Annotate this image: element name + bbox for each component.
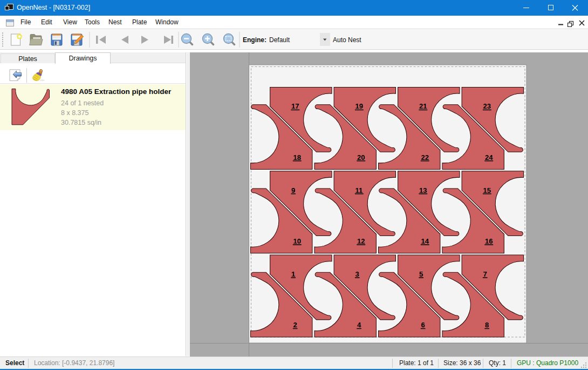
svg-text:1: 1 — [291, 270, 295, 278]
svg-text:9: 9 — [291, 186, 295, 194]
svg-text:8: 8 — [485, 321, 489, 329]
svg-text:16: 16 — [485, 237, 493, 245]
svg-text:23: 23 — [483, 102, 491, 110]
svg-text:10: 10 — [293, 237, 301, 245]
svg-text:Engine:: Engine: — [243, 36, 266, 44]
svg-text:22: 22 — [421, 153, 429, 162]
svg-text:18: 18 — [293, 153, 301, 162]
svg-text:11: 11 — [355, 186, 363, 194]
svg-text:21: 21 — [419, 102, 427, 110]
svg-text:2: 2 — [293, 321, 297, 329]
svg-text:17: 17 — [291, 102, 299, 110]
svg-text:20: 20 — [357, 153, 365, 162]
svg-text:Default: Default — [269, 36, 290, 44]
svg-text:7: 7 — [483, 270, 487, 278]
svg-text:5: 5 — [419, 270, 423, 278]
svg-text:24: 24 — [485, 153, 493, 162]
svg-text:13: 13 — [419, 186, 427, 194]
svg-text:Auto Nest: Auto Nest — [333, 36, 361, 44]
svg-text:12: 12 — [357, 237, 365, 245]
svg-text:19: 19 — [355, 102, 363, 110]
svg-text:15: 15 — [483, 186, 491, 194]
svg-text:14: 14 — [421, 237, 429, 245]
svg-text:6: 6 — [421, 321, 425, 329]
svg-text:4: 4 — [357, 321, 361, 329]
svg-text:3: 3 — [355, 270, 359, 278]
